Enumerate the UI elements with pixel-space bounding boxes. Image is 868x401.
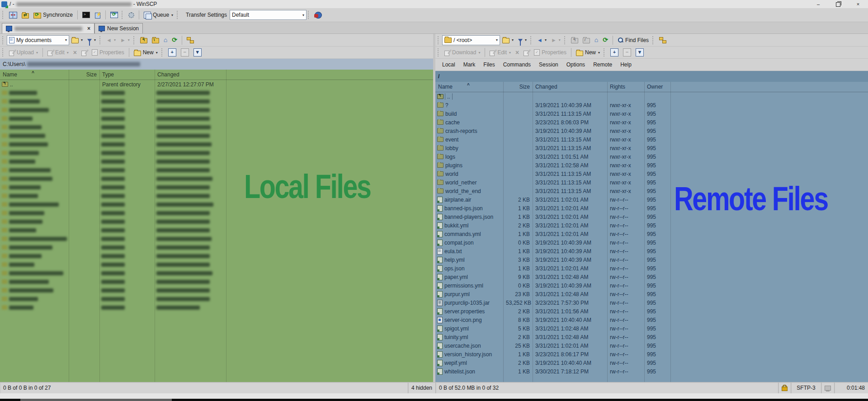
file-row[interactable]: usercache.json25 KB3/31/2021 1:02:01 AMr… <box>435 341 868 350</box>
menu-help[interactable]: Help <box>616 60 636 69</box>
local-directory-select[interactable]: My documents ▾ <box>7 35 69 45</box>
local-refresh-button[interactable]: ⟳ <box>170 36 179 44</box>
file-row[interactable]: purpurclip-1035.jar53,252 KB3/23/2021 7:… <box>435 298 868 307</box>
toolbar-grip[interactable] <box>2 48 5 57</box>
session-color-button[interactable] <box>312 10 324 20</box>
redacted-file-row[interactable] <box>0 269 433 278</box>
restore-button[interactable] <box>828 0 848 8</box>
file-row[interactable]: help.yml3 KB3/19/2021 10:40:39 AMrw-r--r… <box>435 255 868 264</box>
redacted-file-row[interactable] <box>0 89 433 97</box>
open-putty-button[interactable] <box>92 11 103 19</box>
menu-commands[interactable]: Commands <box>499 60 535 69</box>
toolbar-grip[interactable] <box>652 36 655 44</box>
file-row[interactable]: server.properties2 KB3/31/2021 1:01:56 A… <box>435 307 868 316</box>
commander-layout-button[interactable] <box>7 10 19 20</box>
transfer-settings-select[interactable]: Default ▾ <box>230 10 307 20</box>
local-root-directory-button[interactable]: \ <box>150 35 161 45</box>
redacted-file-row[interactable] <box>0 217 433 226</box>
file-row[interactable]: whitelist.json1 KB3/30/2021 7:18:12 PMrw… <box>435 367 868 376</box>
parent-directory-row[interactable]: .. Parent directory 2/27/2021 12:27:07 P… <box>0 80 433 89</box>
remote-rename-button[interactable] <box>521 48 532 57</box>
file-row[interactable]: eula.txt1 KB3/19/2021 10:40:39 AMrw-r--r… <box>435 247 868 255</box>
local-hidden-count[interactable]: 4 hidden <box>408 382 435 393</box>
redacted-file-row[interactable] <box>0 149 433 157</box>
local-new-button[interactable]: New ▾ <box>132 48 160 57</box>
local-properties-button[interactable]: Properties <box>90 48 127 57</box>
session-duration[interactable]: 0:01:48 <box>834 382 868 393</box>
local-delete-button[interactable]: × <box>71 48 79 57</box>
file-row[interactable]: cache3/23/2021 8:06:03 PMrwxr-xr-x995 <box>435 118 868 127</box>
toolbar-grip[interactable] <box>161 48 164 57</box>
remote-home-button[interactable]: ⌂ <box>592 36 600 44</box>
redacted-file-row[interactable] <box>0 235 433 243</box>
redacted-file-row[interactable] <box>0 97 433 106</box>
protocol-status[interactable]: SFTP-3 <box>791 382 821 393</box>
redacted-file-row[interactable] <box>0 140 433 149</box>
remote-directory-select[interactable]: / <root> ▾ <box>442 35 500 45</box>
open-terminal-button[interactable] <box>80 10 92 19</box>
redacted-file-row[interactable] <box>0 114 433 123</box>
file-row[interactable]: tuinity.yml2 KB3/31/2021 1:02:48 AMrw-r-… <box>435 333 868 341</box>
file-row[interactable]: paper.yml9 KB3/31/2021 1:02:48 AMrw-r--r… <box>435 273 868 281</box>
local-select-button[interactable]: + <box>166 47 179 58</box>
file-row[interactable]: purpur.yml23 KB3/31/2021 1:02:48 AMrw-r-… <box>435 290 868 298</box>
parent-directory-row[interactable]: .. <box>435 92 868 101</box>
file-row[interactable]: event3/31/2021 11:13:15 AMrwxr-xr-x995 <box>435 135 868 144</box>
local-tree-toggle-button[interactable] <box>184 36 196 44</box>
remote-new-button[interactable]: New ▾ <box>574 48 602 57</box>
remote-filter-button[interactable]: ▾ <box>516 37 529 43</box>
file-row[interactable]: build3/31/2021 11:13:15 AMrwxr-xr-x995 <box>435 109 868 118</box>
menu-options[interactable]: Options <box>562 60 589 69</box>
file-row[interactable]: ops.json1 KB3/31/2021 1:02:01 AMrw-r--r-… <box>435 264 868 273</box>
minimize-button[interactable]: – <box>808 0 828 8</box>
redacted-file-row[interactable] <box>0 303 433 312</box>
redacted-file-row[interactable] <box>0 226 433 235</box>
column-size[interactable]: Size <box>69 70 99 80</box>
queue-button[interactable]: Queue ▾ <box>142 10 175 20</box>
toolbar-grip[interactable] <box>530 36 533 44</box>
file-row[interactable]: crash-reports3/19/2021 10:40:39 AMrwxr-x… <box>435 127 868 135</box>
file-row[interactable]: wepif.yml2 KB3/19/2021 10:40:40 AMrw-r--… <box>435 359 868 367</box>
local-home-button[interactable]: ⌂ <box>161 36 170 44</box>
menu-files[interactable]: Files <box>479 60 499 69</box>
local-filter-button[interactable]: ▾ <box>85 37 98 43</box>
redacted-file-row[interactable] <box>0 106 433 114</box>
menu-remote[interactable]: Remote <box>589 60 616 69</box>
remote-refresh-button[interactable]: ⟳ <box>600 36 610 44</box>
file-row[interactable]: compat.json0 KB3/19/2021 10:40:39 AMrw-r… <box>435 238 868 247</box>
redacted-file-row[interactable] <box>0 252 433 260</box>
column-name[interactable]: Name^ <box>435 82 503 92</box>
windows-taskbar-edge[interactable] <box>0 399 868 401</box>
local-unselect-button[interactable]: − <box>179 47 191 58</box>
remote-back-button[interactable]: ◄▾ <box>535 36 549 44</box>
redacted-file-row[interactable] <box>0 260 433 269</box>
remote-delete-button[interactable]: × <box>513 48 521 57</box>
local-selection-filter-button[interactable]: ▼ <box>191 47 204 58</box>
column-type[interactable]: Type <box>99 70 155 80</box>
local-rename-button[interactable] <box>79 48 90 57</box>
remote-edit-button[interactable]: Edit ▾ <box>487 48 513 57</box>
local-path-bar[interactable]: C:\Users\ <box>0 59 433 70</box>
remote-selection-filter-button[interactable]: ▼ <box>633 47 646 58</box>
redacted-file-row[interactable] <box>0 243 433 252</box>
local-forward-button[interactable]: ►▾ <box>118 36 132 44</box>
remote-forward-button[interactable]: ►▾ <box>549 36 563 44</box>
toolbar-grip[interactable] <box>438 48 440 57</box>
toolbar-grip[interactable] <box>2 36 5 44</box>
remote-tree-toggle-button[interactable] <box>657 36 669 44</box>
redacted-file-row[interactable] <box>0 286 433 295</box>
new-session-tab[interactable]: New Session <box>94 23 143 33</box>
preferences-button[interactable] <box>126 11 137 19</box>
synchronize-browsing-button[interactable]: ⇄ <box>19 10 31 20</box>
column-changed[interactable]: Changed <box>155 70 226 80</box>
file-row[interactable]: plugins3/31/2021 1:02:58 AMrwxr-xr-x995 <box>435 161 868 170</box>
toolbar-grip[interactable] <box>604 48 606 57</box>
local-edit-button[interactable]: Edit ▾ <box>45 48 71 57</box>
file-row[interactable]: world3/31/2021 11:13:15 AMrwxr-xr-x995 <box>435 170 868 178</box>
redacted-file-row[interactable] <box>0 123 433 132</box>
column-owner[interactable]: Owner <box>644 82 670 92</box>
menu-local[interactable]: Local <box>438 60 459 69</box>
remote-unselect-button[interactable]: − <box>621 47 633 58</box>
local-parent-directory-button[interactable]: ↰ <box>138 35 150 45</box>
toolbar-grip[interactable] <box>438 36 440 44</box>
